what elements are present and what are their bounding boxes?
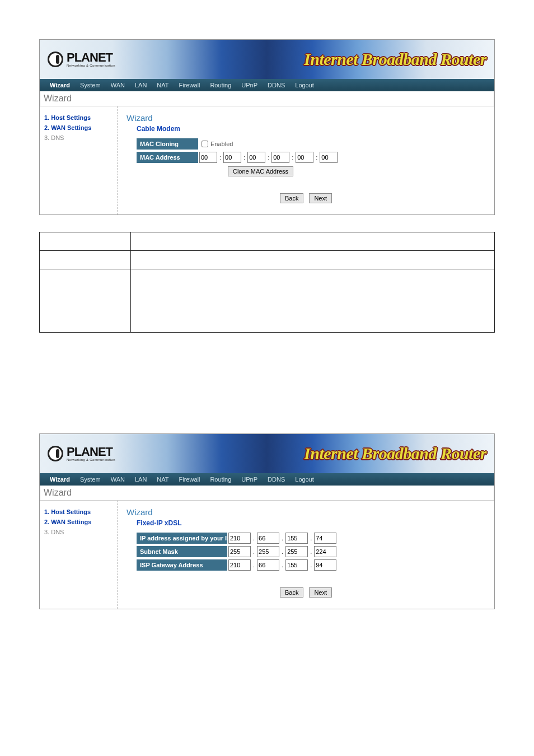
ip-assigned-label: IP address assigned by your ISP xyxy=(137,533,227,544)
step-dns[interactable]: 3. DNS xyxy=(44,134,111,141)
wizard-subheading: Fixed-IP xDSL xyxy=(137,519,485,527)
nav-routing[interactable]: Routing xyxy=(210,476,231,483)
nav-wizard[interactable]: Wizard xyxy=(50,476,70,483)
mac-octet-3[interactable] xyxy=(247,152,265,163)
nav-ddns[interactable]: DDNS xyxy=(268,82,285,88)
nav-lan[interactable]: LAN xyxy=(135,82,147,88)
subnet-octet-2[interactable] xyxy=(257,546,279,557)
nav-system[interactable]: System xyxy=(80,82,101,88)
step-dns[interactable]: 3. DNS xyxy=(44,529,111,535)
next-button[interactable]: Next xyxy=(309,587,332,598)
nav-nat[interactable]: NAT xyxy=(157,82,168,88)
gateway-label: ISP Gateway Address xyxy=(137,559,227,571)
step-host-settings[interactable]: 1. Host Settings xyxy=(44,508,111,515)
brand-tagline: Networking & Communication xyxy=(67,458,115,461)
brand-tagline: Networking & Communication xyxy=(67,64,115,67)
gateway-octet-1[interactable] xyxy=(228,559,251,571)
router-window-cable-modem: PLANET Networking & Communication Intern… xyxy=(39,39,495,215)
subnet-octet-3[interactable] xyxy=(285,546,308,557)
nav-wan[interactable]: WAN xyxy=(111,82,125,88)
parameter-table xyxy=(39,232,495,333)
gateway-octet-4[interactable] xyxy=(314,559,336,571)
banner: PLANET Networking & Communication Intern… xyxy=(40,40,494,79)
nav-logout[interactable]: Logout xyxy=(295,82,314,88)
table-cell xyxy=(131,251,495,269)
brand-name: PLANET xyxy=(67,446,115,458)
wizard-subheading: Cable Modem xyxy=(137,125,485,133)
banner-title: Internet Broadband Router xyxy=(304,444,486,463)
table-cell xyxy=(40,251,131,269)
logo: PLANET Networking & Communication xyxy=(48,52,115,67)
ip-assigned-octet-1[interactable] xyxy=(228,533,251,544)
next-button[interactable]: Next xyxy=(309,193,332,203)
nav-nat[interactable]: NAT xyxy=(157,476,168,483)
ip-assigned-octet-3[interactable] xyxy=(285,533,308,544)
nav-wan[interactable]: WAN xyxy=(111,476,125,483)
planet-logo-icon xyxy=(48,446,63,461)
back-button[interactable]: Back xyxy=(280,587,303,598)
main-nav: Wizard System WAN LAN NAT Firewall Routi… xyxy=(40,79,494,91)
mac-octet-1[interactable] xyxy=(199,152,217,163)
step-host-settings[interactable]: 1. Host Settings xyxy=(44,114,111,121)
nav-lan[interactable]: LAN xyxy=(135,476,147,483)
back-button[interactable]: Back xyxy=(280,193,303,203)
subnet-octet-4[interactable] xyxy=(314,546,336,557)
step-wan-settings[interactable]: 2. WAN Settings xyxy=(44,124,111,131)
wizard-steps: 1. Host Settings 2. WAN Settings 3. DNS xyxy=(40,501,118,609)
router-window-fixed-ip: PLANET Networking & Communication Intern… xyxy=(39,433,495,609)
mac-octet-4[interactable] xyxy=(271,152,289,163)
ip-assigned-octet-4[interactable] xyxy=(314,533,336,544)
nav-logout[interactable]: Logout xyxy=(295,476,314,483)
table-cell xyxy=(131,232,495,251)
enabled-label: Enabled xyxy=(210,141,233,147)
nav-wizard[interactable]: Wizard xyxy=(50,82,70,88)
wizard-panel: Wizard Fixed-IP xDSL IP address assigned… xyxy=(118,501,494,609)
mac-octet-5[interactable] xyxy=(296,152,313,163)
table-cell xyxy=(131,269,495,333)
banner: PLANET Networking & Communication Intern… xyxy=(40,434,494,473)
gateway-octet-2[interactable] xyxy=(257,559,279,571)
wizard-heading: Wizard xyxy=(127,113,485,123)
wizard-heading: Wizard xyxy=(127,507,485,517)
mac-cloning-label: MAC Cloning xyxy=(137,138,198,150)
table-cell xyxy=(40,269,131,333)
table-cell xyxy=(40,232,131,251)
mac-cloning-checkbox[interactable] xyxy=(202,141,208,147)
mac-octet-6[interactable] xyxy=(320,152,338,163)
nav-system[interactable]: System xyxy=(80,476,101,483)
gateway-octet-3[interactable] xyxy=(285,559,308,571)
mac-address-label: MAC Address xyxy=(137,152,198,163)
nav-ddns[interactable]: DDNS xyxy=(268,476,285,483)
nav-firewall[interactable]: Firewall xyxy=(179,476,200,483)
clone-mac-button[interactable]: Clone MAC Address xyxy=(228,166,293,176)
wizard-steps: 1. Host Settings 2. WAN Settings 3. DNS xyxy=(40,106,118,214)
logo: PLANET Networking & Communication xyxy=(48,446,115,461)
page-title: Wizard xyxy=(40,91,494,106)
ip-assigned-octet-2[interactable] xyxy=(257,533,279,544)
planet-logo-icon xyxy=(48,52,63,67)
banner-title: Internet Broadband Router xyxy=(304,50,486,69)
step-wan-settings[interactable]: 2. WAN Settings xyxy=(44,519,111,525)
mac-octet-2[interactable] xyxy=(223,152,241,163)
nav-routing[interactable]: Routing xyxy=(210,82,231,88)
nav-firewall[interactable]: Firewall xyxy=(179,82,200,88)
page-title: Wizard xyxy=(40,486,494,501)
main-nav: Wizard System WAN LAN NAT Firewall Routi… xyxy=(40,473,494,486)
wizard-panel: Wizard Cable Modem MAC Cloning Enabled M… xyxy=(118,106,494,214)
subnet-octet-1[interactable] xyxy=(228,546,251,557)
nav-upnp[interactable]: UPnP xyxy=(241,82,257,88)
subnet-mask-label: Subnet Mask xyxy=(137,546,227,557)
nav-upnp[interactable]: UPnP xyxy=(241,476,257,483)
brand-name: PLANET xyxy=(67,52,115,64)
